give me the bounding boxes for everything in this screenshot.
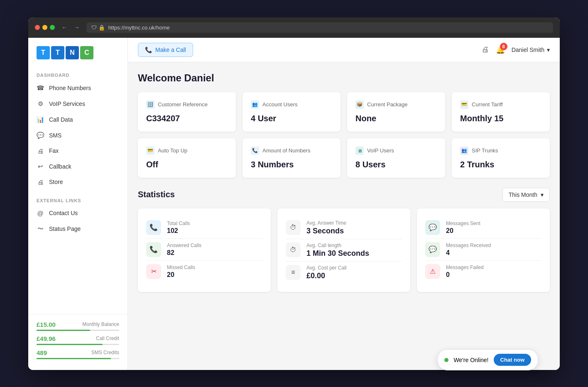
statistics-title: Statistics <box>138 190 175 199</box>
current-package-icon: 📦 <box>355 100 364 109</box>
address-bar[interactable]: 🛡 🔒 https://myttnc.co.uk/home <box>86 22 553 33</box>
external-links-label: EXTERNAL LINKS <box>28 195 127 206</box>
sip-trunks-icon: 👥 <box>460 147 468 155</box>
messages-failed-value: 0 <box>446 271 484 279</box>
card-header-current-tariff: 💳 Current Tariff <box>460 100 541 109</box>
call-credit-label: Call Credit <box>96 336 119 341</box>
stats-filter-dropdown[interactable]: This Month ▾ <box>502 188 550 202</box>
card-label-account-users: Account Users <box>262 101 298 108</box>
monthly-balance-fill <box>37 330 90 331</box>
logo-tiles: T T N C <box>37 46 93 59</box>
answered-calls-value: 82 <box>167 249 201 257</box>
phone-numbers-icon: ☎ <box>37 84 44 92</box>
sidebar-item-fax[interactable]: 🖨 Fax <box>28 143 127 159</box>
logo-tile-t2: T <box>51 46 64 59</box>
sms-icon: 💬 <box>37 132 44 139</box>
stat-messages-failed-info: Messages Failed 0 <box>446 265 484 279</box>
stats-card-calls: 📞 Total Calls 102 📞 Answered Calls 82 <box>138 208 271 292</box>
traffic-lights <box>35 25 55 30</box>
messages-received-icon: 💬 <box>425 242 440 257</box>
missed-calls-icon: ✂ <box>146 264 161 279</box>
chat-now-button[interactable]: Chat now <box>494 354 532 366</box>
page-content: Welcome Daniel 🔢 Customer Reference C334… <box>128 62 560 370</box>
stat-avg-answer-time: ⏱ Avg. Answer Time 3 Seconds <box>286 217 402 239</box>
user-menu[interactable]: Daniel Smith ▾ <box>512 47 550 53</box>
sidebar-label-sms: SMS <box>49 132 61 139</box>
customer-reference-icon: 🔢 <box>146 100 154 109</box>
make-call-button[interactable]: 📞 Make a Call <box>138 43 193 57</box>
card-label-current-package: Current Package <box>367 101 408 108</box>
sidebar-item-store[interactable]: 🖨 Store <box>28 174 127 190</box>
total-calls-icon: 📞 <box>146 220 161 235</box>
sidebar-label-contact-us: Contact Us <box>49 210 78 216</box>
call-data-icon: 📊 <box>37 116 44 123</box>
monthly-balance-bar <box>37 330 119 331</box>
close-button[interactable] <box>35 25 40 30</box>
chat-widget: We're Online! Chat now <box>437 349 538 370</box>
sms-credits-amount: 489 <box>37 349 47 356</box>
sidebar-item-call-data[interactable]: 📊 Call Data <box>28 112 127 127</box>
messages-received-value: 4 <box>446 249 491 257</box>
voip-users-icon: 🖥 <box>355 147 364 155</box>
answered-calls-icon: 📞 <box>146 242 161 257</box>
top-bar: 📞 Make a Call 🖨 🔔 8 Daniel Smith ▾ <box>128 38 560 62</box>
stat-messages-received-info: Messages Received 4 <box>446 242 491 257</box>
sidebar-item-callback[interactable]: ↩ Callback <box>28 159 127 174</box>
stats-filter-label: This Month <box>509 191 537 198</box>
make-call-label: Make a Call <box>155 47 186 53</box>
card-sip-trunks: 👥 SIP Trunks 2 Trunks <box>452 138 550 178</box>
sidebar-item-voip-services[interactable]: ⚙ VoIP Services <box>28 96 127 112</box>
call-credit-fill <box>37 344 103 345</box>
card-label-customer-ref: Customer Reference <box>158 101 208 108</box>
missed-calls-label: Missed Calls <box>167 265 195 270</box>
amount-numbers-icon: 📞 <box>251 147 259 155</box>
info-cards-grid: 🔢 Customer Reference C334207 👥 Account U… <box>138 92 550 178</box>
notification-bell[interactable]: 🔔 8 <box>496 45 505 54</box>
forward-button[interactable]: → <box>72 23 81 32</box>
stat-avg-call-length: ⏱ Avg. Call length 1 Min 30 Seconds <box>286 239 402 262</box>
card-value-sip-trunks: 2 Trunks <box>460 160 541 169</box>
stat-messages-received: 💬 Messages Received 4 <box>425 239 541 261</box>
maximize-button[interactable] <box>50 25 55 30</box>
stat-avg-answer-info: Avg. Answer Time 3 Seconds <box>306 220 346 235</box>
phone-icon: 📞 <box>145 47 152 53</box>
stat-avg-call-length-info: Avg. Call length 1 Min 30 Seconds <box>306 242 369 258</box>
back-button[interactable]: ← <box>60 23 69 32</box>
print-icon[interactable]: 🖨 <box>482 45 489 54</box>
call-credit-amount: £49.96 <box>37 335 56 342</box>
sidebar-item-sms[interactable]: 💬 SMS <box>28 127 127 143</box>
card-auto-topup: 💳 Auto Top Up Off <box>138 138 236 178</box>
browser-chrome: ← → 🛡 🔒 https://myttnc.co.uk/home <box>28 17 560 38</box>
call-credit-bar <box>37 344 119 345</box>
sidebar-item-status-page[interactable]: 〜 Status Page <box>28 221 127 237</box>
stat-total-calls: 📞 Total Calls 102 <box>146 217 262 239</box>
card-header-amount-numbers: 📞 Amount of Numbers <box>251 147 332 155</box>
sidebar-item-contact-us[interactable]: @ Contact Us <box>28 206 127 221</box>
callback-icon: ↩ <box>37 163 44 170</box>
stat-answered-calls-info: Answered Calls 82 <box>167 242 201 257</box>
card-value-auto-topup: Off <box>146 160 228 169</box>
sidebar-item-phone-numbers[interactable]: ☎ Phone Numbers <box>28 80 127 96</box>
sms-credits-fill <box>37 358 111 359</box>
stats-card-messages: 💬 Messages Sent 20 💬 Messages Received 4 <box>417 208 550 292</box>
statistics-header: Statistics This Month ▾ <box>138 188 550 202</box>
card-value-voip-users: 8 Users <box>355 160 437 169</box>
stat-answered-calls: 📞 Answered Calls 82 <box>146 239 262 261</box>
stat-messages-failed: ⚠ Messages Failed 0 <box>425 261 541 282</box>
auto-topup-icon: 💳 <box>146 147 154 155</box>
avg-call-length-value: 1 Min 30 Seconds <box>306 249 369 258</box>
stat-avg-cost-per-call: ≡ Avg. Cost per Call £0.00 <box>286 262 402 284</box>
call-credit-row: £49.96 Call Credit <box>37 335 119 342</box>
sidebar-label-callback: Callback <box>49 163 71 170</box>
sidebar-label-voip-services: VoIP Services <box>49 100 85 107</box>
card-current-package: 📦 Current Package None <box>347 92 445 132</box>
card-header-voip-users: 🖥 VoIP Users <box>355 147 437 155</box>
total-calls-label: Total Calls <box>167 220 190 226</box>
online-indicator <box>444 358 448 362</box>
card-current-tariff: 💳 Current Tariff Monthly 15 <box>452 92 550 132</box>
card-value-account-users: 4 User <box>251 114 332 123</box>
card-voip-users: 🖥 VoIP Users 8 Users <box>347 138 445 178</box>
minimize-button[interactable] <box>42 25 47 30</box>
card-label-current-tariff: Current Tariff <box>472 101 503 108</box>
card-header-sip-trunks: 👥 SIP Trunks <box>460 147 541 155</box>
